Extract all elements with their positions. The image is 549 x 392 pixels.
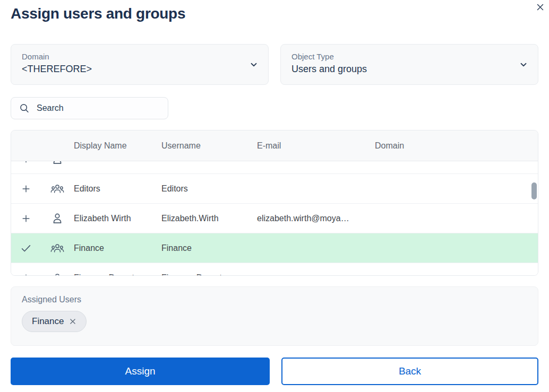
chip-remove-icon[interactable] [69,318,76,325]
table-scroll-area[interactable]: Editors Editors Elizabeth Wirth Elizabet… [11,161,538,276]
user-icon [41,212,74,225]
group-icon [41,271,74,276]
assigned-users-label: Assigned Users [22,295,527,304]
cell-username: Editors [161,184,257,194]
back-button[interactable]: Back [281,358,538,385]
user-icon [41,161,74,166]
add-icon[interactable] [11,213,41,224]
table-row[interactable] [11,161,538,174]
search-box [11,97,168,119]
assign-button[interactable]: Assign [11,358,270,385]
assign-users-dialog: Assign users and groups Domain <THEREFOR… [0,0,549,392]
add-icon[interactable] [11,273,41,276]
header-display-name: Display Name [74,141,161,151]
table-row[interactable]: Finance_Depart Finance_Depart [11,263,538,276]
object-type-select-value: Users and groups [291,62,527,76]
cell-email: elizabeth.wirth@moya… [257,214,375,223]
add-icon[interactable] [11,161,41,164]
cell-display-name: Elizabeth Wirth [74,214,161,223]
table-row[interactable]: Elizabeth Wirth Elizabeth.Wirth elizabet… [11,204,538,233]
cell-display-name: Finance [74,243,161,253]
cell-display-name: Editors [74,184,161,194]
check-icon[interactable] [11,242,41,254]
search-icon [19,102,30,114]
scrollbar-thumb[interactable] [531,182,537,199]
domain-select[interactable]: Domain <THEREFORE> [11,44,269,85]
page-title: Assign users and groups [11,5,185,22]
cell-display-name: Finance_Depart [74,273,161,276]
group-icon [41,241,74,256]
users-groups-table: Display Name Username E-mail Domain [11,130,538,276]
domain-select-label: Domain [22,51,258,62]
add-icon[interactable] [11,184,41,194]
cell-username: Finance_Depart [161,273,257,276]
object-type-select[interactable]: Object Type Users and groups [280,44,538,85]
chevron-down-icon [249,60,259,69]
header-email: E-mail [257,141,375,151]
domain-select-value: <THEREFORE> [22,62,258,76]
filter-row: Domain <THEREFORE> Object Type Users and… [11,44,538,85]
cell-username: Elizabeth.Wirth [161,214,257,223]
object-type-select-label: Object Type [291,51,527,62]
header-username: Username [161,141,257,151]
assigned-users-panel: Assigned Users Finance [11,286,538,346]
assigned-chip[interactable]: Finance [22,311,87,332]
table-row[interactable]: Editors Editors [11,174,538,204]
chevron-down-icon [519,60,528,69]
header-domain: Domain [375,141,538,151]
search-input[interactable] [37,103,160,113]
cell-username: Finance [161,243,257,253]
group-icon [41,181,74,196]
table-row-selected[interactable]: Finance Finance [11,233,538,263]
table-header: Display Name Username E-mail Domain [11,130,538,161]
assigned-chip-label: Finance [32,316,64,327]
close-icon[interactable] [533,0,547,14]
